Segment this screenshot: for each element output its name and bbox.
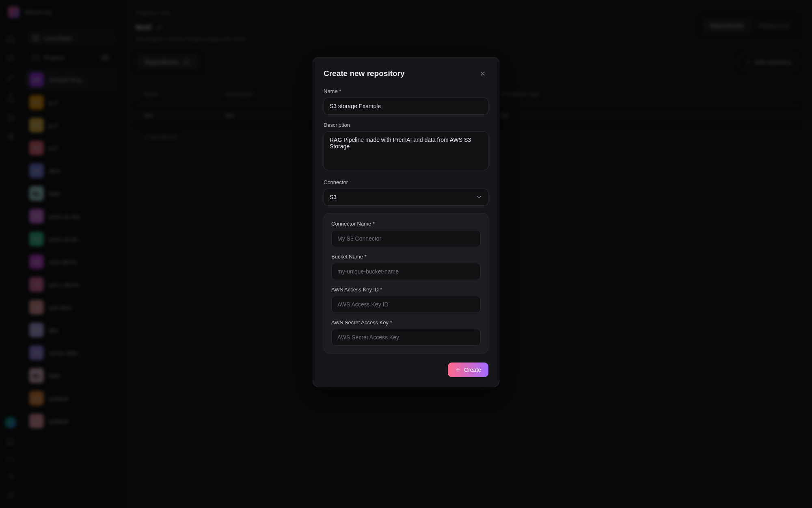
description-input[interactable] [324,131,488,170]
access-key-label: AWS Access Key ID * [331,287,481,293]
plus-icon [455,367,461,373]
chevron-down-icon [476,194,482,200]
modal-overlay[interactable]: Create new repository Name * Description… [0,0,812,508]
connector-name-input[interactable] [331,230,481,247]
name-input[interactable] [324,98,488,115]
create-button-label: Create [464,367,481,373]
create-repository-modal: Create new repository Name * Description… [313,57,499,387]
modal-title: Create new repository [324,69,405,78]
close-icon [479,70,486,77]
connector-name-label: Connector Name * [331,221,481,227]
name-label: Name * [324,88,488,94]
connector-select[interactable]: S3 [324,189,488,206]
create-button[interactable]: Create [448,363,488,377]
access-key-input[interactable] [331,296,481,313]
secret-key-input[interactable] [331,329,481,346]
connector-config-card: Connector Name * Bucket Name * AWS Acces… [324,213,488,354]
bucket-name-label: Bucket Name * [331,254,481,260]
description-label: Description [324,122,488,128]
bucket-name-input[interactable] [331,263,481,280]
connector-label: Connector [324,179,488,185]
connector-select-value: S3 [330,194,337,200]
secret-key-label: AWS Secret Access Key * [331,319,481,326]
modal-close-button[interactable] [477,68,488,79]
